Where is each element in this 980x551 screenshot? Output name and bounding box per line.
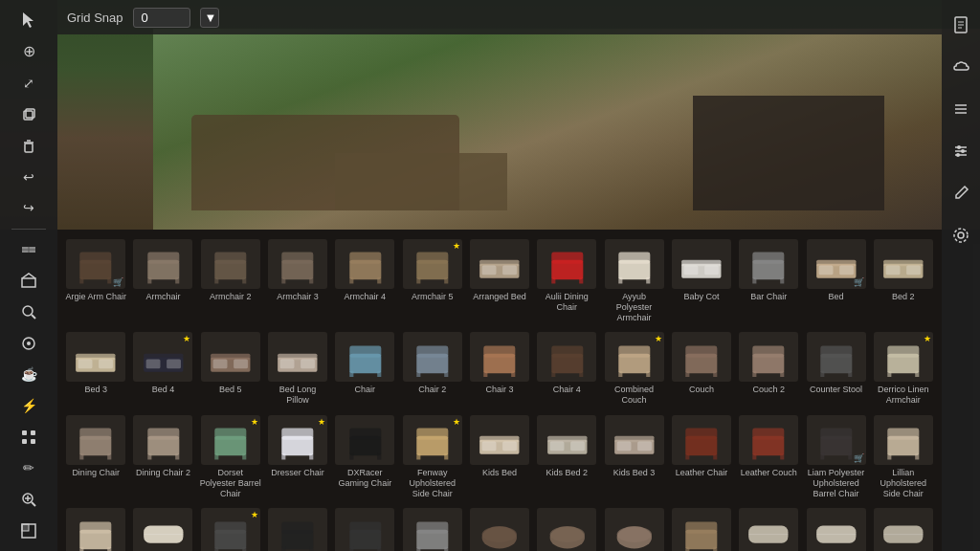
list-item[interactable]: ★ Armchair 5 (400, 235, 465, 326)
list-item[interactable]: Leather Couch (736, 411, 801, 502)
list-item[interactable]: ★ Combined Couch (601, 328, 666, 409)
list-item[interactable]: ★ Dorset Polyester Barrel Chair (198, 411, 263, 502)
cursor-icon[interactable] (11, 8, 46, 33)
cursor-select-icon[interactable]: ⊕ (11, 39, 46, 65)
list-item[interactable]: Metal Chair (400, 504, 465, 551)
list-item[interactable]: Bed 5 (198, 328, 263, 409)
asset-label: Couch (689, 385, 714, 395)
asset-label: Chair 3 (485, 385, 513, 395)
list-item[interactable]: 🛒 Argie Arm Chair (63, 235, 128, 326)
list-item[interactable]: 🛒 Bed (803, 235, 868, 326)
list-item[interactable]: ★ Derrico Linen Armchair (871, 328, 936, 409)
list-item[interactable]: Ayyub Polyester Armchair (601, 235, 666, 326)
list-item[interactable]: Chair 4 (534, 328, 599, 409)
star-badge: ★ (655, 334, 662, 343)
undo-icon[interactable]: ↩ (11, 164, 46, 189)
list-item[interactable]: Armchair 2 (198, 235, 263, 326)
asset-label: Leather Chair (676, 468, 728, 478)
list-item[interactable]: DXRacer Gaming Chair (332, 411, 397, 502)
list-item[interactable]: Baby Cot (669, 235, 734, 326)
list-item[interactable]: Counter Stool (803, 328, 868, 409)
list-item[interactable]: Aulii Dining Chair (534, 235, 599, 326)
grid-snap-dropdown[interactable]: ▼ (200, 8, 219, 28)
list-item[interactable]: Kids Bed (467, 411, 532, 502)
svg-rect-126 (551, 345, 583, 357)
list-item[interactable]: Bar Chair (736, 235, 801, 326)
list-item[interactable]: Ottoman (467, 504, 532, 551)
list-item[interactable]: Chair 3 (467, 328, 532, 409)
redo-icon[interactable]: ↪ (11, 195, 46, 221)
brush-icon[interactable]: ✏ (11, 455, 46, 481)
svg-rect-232 (713, 546, 717, 551)
electrical-icon[interactable]: ⚡ (11, 393, 46, 419)
search-icon[interactable] (11, 299, 46, 325)
list-item[interactable]: ★ Fenway Upholstered Side Chair (400, 411, 465, 502)
asset-panel[interactable]: 🛒 Argie Arm Chair Armchair (57, 230, 942, 551)
list-item[interactable]: Lillian Upholstered Side Chair (871, 411, 936, 502)
list-item[interactable]: ★ Luqman Side Chair (198, 504, 263, 551)
transform-icon[interactable]: ⤢ (11, 70, 46, 96)
svg-rect-110 (278, 353, 317, 360)
list-item[interactable]: Arranged Bed (467, 235, 532, 326)
pencil-icon[interactable] (944, 176, 978, 210)
list-item[interactable]: Kids Bed 2 (534, 411, 599, 502)
svg-rect-102 (144, 353, 183, 360)
list-item[interactable]: Bed 2 (871, 235, 936, 326)
list-item[interactable]: Armchair 4 (332, 235, 397, 326)
list-item[interactable]: ★ Bed 4 (130, 328, 195, 409)
asset-label: Baby Cot (683, 292, 719, 302)
asset-label: Bed 5 (219, 385, 242, 395)
list-item[interactable]: Mesh Chair (265, 504, 330, 551)
apps-icon[interactable] (11, 424, 46, 450)
room-icon[interactable] (11, 268, 46, 294)
list-item[interactable]: Chair 2 (400, 328, 465, 409)
svg-rect-155 (147, 453, 151, 460)
svg-rect-83 (684, 266, 699, 276)
list-item[interactable]: Long Cushion (130, 504, 195, 551)
floor-plan-icon[interactable] (11, 518, 46, 543)
list-item[interactable]: Dining Chair 2 (130, 411, 195, 502)
svg-rect-54 (214, 253, 246, 264)
list-item[interactable]: Leather Chair (669, 411, 734, 502)
asset-label: Armchair 3 (277, 292, 319, 302)
list-item[interactable]: Bed 3 (63, 328, 128, 409)
list-item[interactable]: Pillow 3 (871, 504, 936, 551)
cloud-icon[interactable] (944, 50, 978, 84)
list-item[interactable]: Kids Bed 3 (601, 411, 666, 502)
list-item[interactable]: Couch (669, 328, 734, 409)
svg-point-228 (616, 526, 651, 542)
list-item[interactable]: Couch 2 (736, 328, 801, 409)
measure-icon[interactable] (11, 330, 46, 356)
list-item[interactable]: Bed Long Pillow (265, 328, 330, 409)
material-icon[interactable]: ☕ (11, 362, 46, 387)
list-item[interactable]: Armchair 3 (265, 235, 330, 326)
wall-icon[interactable] (11, 236, 46, 262)
3d-viewport[interactable] (0, 0, 980, 230)
list-item[interactable]: Dining Chair (63, 411, 128, 502)
list-item[interactable]: Mesh Chair 2 (332, 504, 397, 551)
list-item[interactable]: Patio Chair (669, 504, 734, 551)
svg-text:✏: ✏ (23, 460, 34, 475)
list-item[interactable]: Ottoman 3 (601, 504, 666, 551)
duplicate-icon[interactable] (11, 101, 46, 127)
file-icon[interactable] (944, 8, 978, 42)
asset-label: Kids Bed (482, 468, 517, 478)
zoom-icon[interactable] (11, 487, 46, 513)
list-item[interactable]: Pillow 1 (736, 504, 801, 551)
list-item[interactable]: Ottoman 2 (534, 504, 599, 551)
settings-icon[interactable] (944, 218, 978, 253)
list-item[interactable]: ★ Dresser Chair (265, 411, 330, 502)
sliders-icon[interactable] (944, 134, 978, 168)
grid-snap-input[interactable] (133, 8, 190, 28)
grid-snap-label: Grid Snap (67, 11, 123, 25)
list-item[interactable]: Living Room Chair (63, 504, 128, 551)
svg-rect-183 (616, 442, 631, 452)
list-item[interactable]: Chair (332, 328, 397, 409)
svg-rect-191 (753, 453, 757, 460)
menu-icon[interactable] (944, 92, 978, 126)
list-item[interactable]: Armchair (130, 235, 195, 326)
list-item[interactable]: 🛒 Liam Polyester Upholstered Barrel Chai… (803, 411, 868, 502)
list-item[interactable]: Pillow 2 (803, 504, 868, 551)
trash-icon[interactable] (11, 133, 46, 159)
svg-rect-124 (511, 370, 515, 377)
